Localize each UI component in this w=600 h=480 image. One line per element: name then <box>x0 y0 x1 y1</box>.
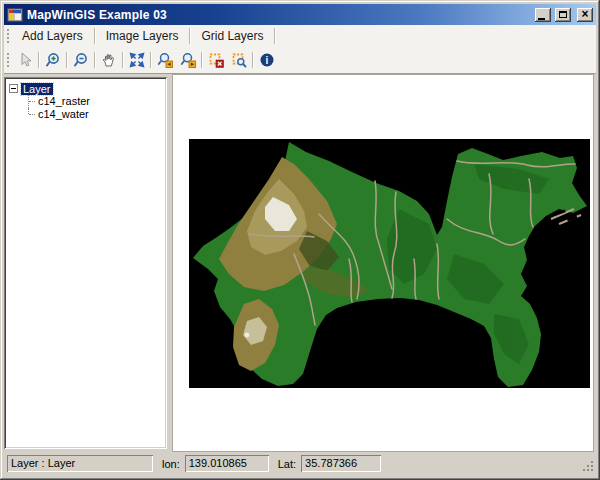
menu-grip-handle[interactable] <box>7 29 10 43</box>
lat-label: Lat: <box>278 458 296 470</box>
menu-image-layers[interactable]: Image Layers <box>97 26 188 46</box>
pointer-icon <box>17 52 33 68</box>
zoom-out-icon <box>73 52 89 68</box>
toolbar-separator <box>38 52 39 68</box>
minimize-button[interactable] <box>535 8 551 22</box>
zoom-to-selection-icon <box>231 52 247 68</box>
pan-hand-icon <box>101 52 117 68</box>
zoom-full-extent-icon <box>129 52 145 68</box>
zoom-next-icon <box>180 52 196 68</box>
maximize-icon <box>559 11 567 18</box>
kanagawa-relief-map <box>189 139 590 388</box>
zoom-previous-button[interactable] <box>153 49 176 71</box>
toolbar-separator <box>94 52 95 68</box>
tree-connector <box>23 108 36 121</box>
tool-strip: i <box>4 47 596 74</box>
tree-connector <box>23 95 36 108</box>
info-button[interactable]: i <box>255 49 278 71</box>
minimize-icon <box>538 18 545 20</box>
tree-node-c14-water[interactable]: c14_water <box>23 108 163 121</box>
menu-separator <box>189 28 190 44</box>
toolbar-grip-handle[interactable] <box>7 53 10 67</box>
zoom-out-button[interactable] <box>69 49 92 71</box>
menu-strip: Add Layers Image Layers Grid Layers <box>4 25 596 47</box>
tree-node-label-raster[interactable]: c14_raster <box>36 95 92 108</box>
toolbar-separator <box>252 52 253 68</box>
zoom-in-icon <box>45 52 61 68</box>
tree-node-c14-raster[interactable]: c14_raster <box>23 95 163 108</box>
pan-button[interactable] <box>97 49 120 71</box>
menu-separator <box>274 28 275 44</box>
layer-tree-panel[interactable]: Layer c14_raster c14_water <box>4 77 167 449</box>
toolbar-separator <box>122 52 123 68</box>
toolbar-separator <box>201 52 202 68</box>
client-area: Layer c14_raster c14_water <box>4 74 596 453</box>
lat-value: 35.787366 <box>301 455 381 472</box>
pointer-button[interactable] <box>13 49 36 71</box>
tree-node-label-root[interactable]: Layer <box>21 83 53 95</box>
window-title: MapWinGIS Example 03 <box>27 8 531 22</box>
status-layer-panel: Layer : Layer <box>7 455 153 472</box>
resize-grip[interactable] <box>582 460 594 472</box>
app-icon <box>7 7 23 23</box>
info-icon: i <box>259 52 275 68</box>
remove-layer-icon <box>208 52 224 68</box>
menu-add-layers[interactable]: Add Layers <box>13 26 92 46</box>
map-panel[interactable] <box>172 74 594 452</box>
menu-grid-layers[interactable]: Grid Layers <box>192 26 272 46</box>
zoom-next-button[interactable] <box>176 49 199 71</box>
remove-layer-button[interactable] <box>204 49 227 71</box>
menu-separator <box>94 28 95 44</box>
map-canvas[interactable] <box>189 139 590 388</box>
svg-text:i: i <box>265 55 268 66</box>
zoom-full-extent-button[interactable] <box>125 49 148 71</box>
zoom-in-button[interactable] <box>41 49 64 71</box>
app-window: MapWinGIS Example 03 × Add Layers Image … <box>0 0 600 480</box>
zoom-previous-icon <box>157 52 173 68</box>
toolbar-separator <box>66 52 67 68</box>
zoom-to-selection-button[interactable] <box>227 49 250 71</box>
close-button[interactable]: × <box>577 8 593 22</box>
close-icon: × <box>581 8 588 20</box>
toolbar-separator <box>150 52 151 68</box>
tree-node-label-water[interactable]: c14_water <box>36 108 91 121</box>
maximize-button[interactable] <box>555 8 571 22</box>
lon-value: 139.010865 <box>185 455 269 472</box>
titlebar[interactable]: MapWinGIS Example 03 × <box>4 4 596 25</box>
status-bar: Layer : Layer lon: 139.010865 Lat: 35.78… <box>4 453 596 474</box>
lon-label: lon: <box>162 458 180 470</box>
collapse-icon[interactable] <box>9 84 18 93</box>
tree-node-layer[interactable]: Layer <box>9 82 163 95</box>
